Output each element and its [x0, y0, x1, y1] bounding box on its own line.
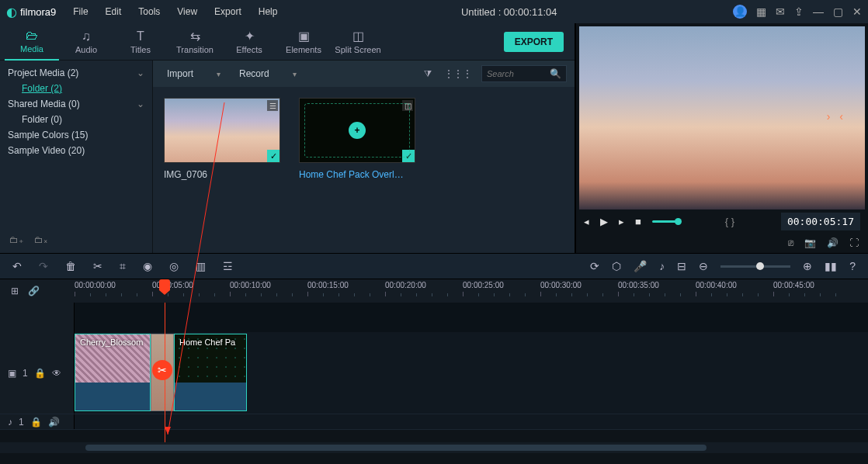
sidebar-item[interactable]: Sample Video (20)	[8, 143, 144, 158]
audio-mixer-icon[interactable]: ♪	[659, 260, 665, 272]
minimize-icon[interactable]: —	[813, 5, 824, 18]
media-type-icon: ☰	[267, 100, 278, 111]
tab-audio[interactable]: ♫Audio	[59, 23, 113, 61]
ruler-tick: 00:00:05:00	[152, 281, 193, 289]
video-track-body[interactable]: ✂ Cherry_BlossomHome Chef Pa	[75, 332, 868, 414]
speed-icon[interactable]: ◉	[143, 260, 152, 272]
mail-icon[interactable]: ✉	[776, 5, 785, 18]
mark-inout-label[interactable]: { }	[725, 216, 734, 227]
app-name: filmora9	[20, 6, 56, 18]
snapshot-icon[interactable]: 📷	[804, 237, 816, 248]
sidebar-item[interactable]: Shared Media (0)⌄	[8, 96, 144, 112]
playhead-marker[interactable]	[159, 279, 170, 290]
titlebar-right: 👤 ▦ ✉ ⇪ — ▢ ✕	[733, 5, 862, 19]
audio-track-head[interactable]: ♪ 1 🔒 🔊	[0, 414, 75, 429]
color-icon[interactable]: ◎	[169, 260, 179, 272]
link-icon[interactable]: 🔗	[28, 286, 40, 296]
add-track-icon[interactable]: ⊞	[11, 286, 19, 296]
delete-folder-icon[interactable]: 🗀ₓ	[34, 234, 47, 245]
timeline-clip[interactable]: Home Chef Pa	[174, 334, 247, 411]
green-screen-icon[interactable]: ▥	[196, 260, 206, 272]
zoom-in-icon[interactable]: ⊕	[803, 260, 812, 272]
timeline-ruler[interactable]: 00:00:00:0000:00:05:0000:00:10:0000:00:1…	[75, 279, 868, 303]
thumbnail-image: ◫+✓	[299, 98, 415, 163]
media-thumbnails: ☰✓IMG_0706◫+✓Home Chef Pack Overl…	[153, 87, 575, 253]
tab-split-screen[interactable]: ◫Split Screen	[331, 23, 385, 61]
export-button[interactable]: EXPORT	[504, 32, 564, 52]
play-icon[interactable]: ▶	[600, 216, 608, 227]
close-icon[interactable]: ✕	[852, 5, 862, 18]
track-manager-icon[interactable]: ▮▮	[825, 260, 837, 272]
tab-effects[interactable]: ✦Effects	[222, 23, 276, 61]
search-input[interactable]: 🔍	[481, 65, 567, 82]
record-dropdown[interactable]: Record▾	[233, 67, 303, 81]
chevron-down-icon: ⌄	[137, 68, 144, 78]
import-dropdown[interactable]: Import▾	[161, 67, 227, 81]
search-icon[interactable]: 🔍	[550, 68, 561, 79]
sidebar-item[interactable]: Folder (2)	[8, 81, 144, 96]
add-icon[interactable]: +	[349, 122, 366, 139]
audio-track-body[interactable]	[75, 414, 868, 429]
lock-icon[interactable]: 🔒	[34, 368, 46, 379]
grid-view-icon[interactable]: ⋮⋮⋮	[441, 65, 475, 82]
marker-icon[interactable]: ⬡	[612, 260, 621, 272]
undo-icon[interactable]: ↶	[12, 260, 22, 272]
mute-icon[interactable]: 🔊	[48, 417, 60, 428]
music-note-icon: ♫	[82, 29, 91, 43]
sidebar-item[interactable]: Project Media (2)⌄	[8, 65, 144, 81]
user-avatar-icon[interactable]: 👤	[733, 5, 747, 19]
tab-transition[interactable]: ⇆Transition	[168, 23, 222, 61]
new-folder-icon[interactable]: 🗀₊	[9, 234, 23, 245]
timeline-clip[interactable]: Cherry_Blossom	[75, 334, 151, 411]
fullscreen-icon[interactable]: ⛶	[849, 237, 859, 248]
sidebar-item[interactable]: Sample Colors (15)	[8, 127, 144, 143]
adjust-icon[interactable]: ☲	[223, 260, 233, 272]
ruler-tick: 00:00:20:00	[385, 281, 426, 289]
filmora-logo-icon: ◐	[6, 5, 17, 19]
app-logo: ◐ filmora9	[6, 5, 56, 19]
mic-titlebar-icon[interactable]: ⇪	[794, 5, 804, 18]
volume-icon[interactable]: 🔊	[827, 237, 838, 248]
zoom-slider[interactable]	[720, 265, 790, 268]
delete-icon[interactable]: 🗑	[65, 260, 76, 272]
maximize-icon[interactable]: ▢	[833, 5, 843, 18]
library-icon[interactable]: ▦	[756, 5, 766, 18]
help-icon[interactable]: ?	[849, 260, 856, 272]
media-thumbnail[interactable]: ◫+✓Home Chef Pack Overl…	[299, 98, 415, 180]
preview-volume-slider[interactable]	[652, 220, 679, 223]
fit-icon[interactable]: ⊟	[677, 260, 686, 272]
sidebar-item[interactable]: Folder (0)	[8, 112, 144, 127]
voiceover-icon[interactable]: 🎤	[634, 260, 647, 272]
search-field[interactable]	[487, 69, 549, 78]
cut-indicator-icon[interactable]: ✂	[152, 360, 172, 380]
cut-icon[interactable]: ✂	[93, 260, 102, 272]
document-title: Untitled : 00:00:11:04	[285, 6, 733, 18]
video-track-head[interactable]: ▣ 1 🔒 👁	[0, 332, 75, 414]
menu-export[interactable]: Export	[207, 3, 249, 20]
tab-elements[interactable]: ▣Elements	[276, 23, 331, 61]
prev-frame-icon[interactable]: ◂	[584, 216, 589, 227]
next-frame-icon[interactable]: ▸	[619, 216, 624, 227]
preview-canvas[interactable]: ›‹	[579, 26, 865, 209]
tab-media[interactable]: 🗁Media	[5, 23, 59, 61]
timeline-scrollbar[interactable]	[0, 442, 868, 453]
media-thumbnail[interactable]: ☰✓IMG_0706	[164, 98, 280, 180]
visibility-icon[interactable]: 👁	[52, 368, 61, 379]
stop-icon[interactable]: ■	[635, 216, 641, 227]
menu-file[interactable]: File	[65, 3, 95, 20]
quality-icon[interactable]: ⎚	[788, 237, 793, 248]
tab-titles[interactable]: TTitles	[113, 23, 168, 61]
lock-icon[interactable]: 🔒	[30, 417, 42, 428]
filter-icon[interactable]: ⧩	[421, 65, 435, 82]
scrollbar-thumb[interactable]	[85, 445, 707, 451]
menu-help[interactable]: Help	[251, 3, 286, 20]
chevron-down-icon: ⌄	[137, 99, 144, 109]
menu-edit[interactable]: Edit	[98, 3, 130, 20]
render-icon[interactable]: ⟳	[590, 260, 599, 272]
crop-icon[interactable]: ⌗	[120, 260, 126, 273]
menu-tools[interactable]: Tools	[130, 3, 168, 20]
zoom-out-icon[interactable]: ⊖	[699, 260, 708, 272]
redo-icon[interactable]: ↷	[39, 260, 48, 272]
ruler-tick: 00:00:15:00	[307, 281, 349, 289]
menu-view[interactable]: View	[169, 3, 205, 20]
